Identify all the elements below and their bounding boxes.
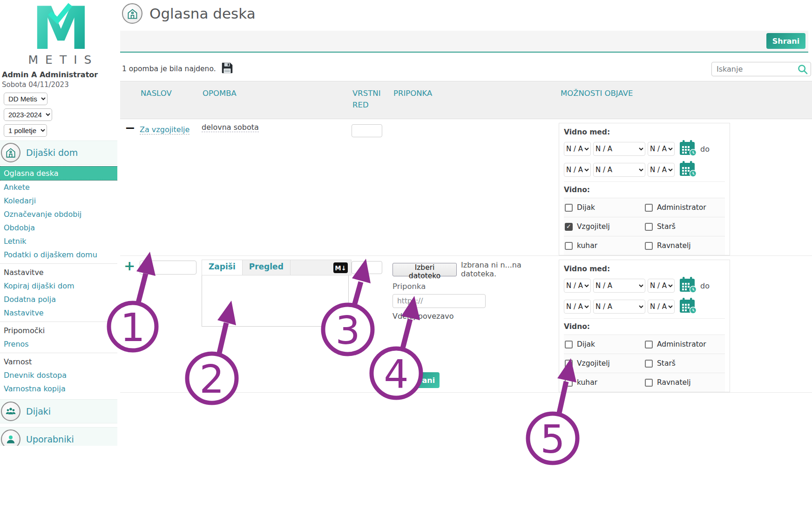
checkbox-icon[interactable] [645,204,653,212]
role-checkbox-administrator[interactable]: Administrator [645,340,725,348]
new-note-title-input[interactable] [140,261,196,275]
calendar-clock-icon[interactable] [678,140,697,158]
menu-divider [0,322,117,322]
sidebar-item-obdobja[interactable]: Obdobja [0,221,117,235]
sidebar-section-dijaki[interactable]: Dijaki [0,399,117,423]
sidebar-item-nastavitve-1[interactable]: Nastavitve [0,266,117,279]
metis-logo-icon: M [21,1,101,53]
sidebar-item-ankete[interactable]: Ankete [0,181,117,194]
save-button[interactable]: Shrani [766,33,805,49]
search-input[interactable] [711,62,811,76]
checkbox-icon[interactable] [645,223,653,231]
role-checkbox-ravnatelj[interactable]: Ravnatelj [645,241,725,250]
students-icon [1,402,20,421]
sidebar-item-oznacevanje-obdobij[interactable]: Označevanje obdobij [0,208,117,221]
calendar-clock-icon[interactable] [678,276,697,295]
checkbox-icon[interactable] [565,341,573,348]
organization-select[interactable]: DD Metis [4,93,47,105]
note-title-link[interactable]: Za vzgojitelje [140,125,189,134]
date-from-year-select[interactable]: N / A [648,279,675,293]
checkbox-icon[interactable] [645,379,653,387]
column-header-vrstni-red: VRSTNI RED [352,81,392,119]
tab-pregled[interactable]: Pregled [243,260,291,275]
column-header-control [120,81,140,119]
checkbox-icon[interactable] [565,204,573,212]
sidebar-item-letnik[interactable]: Letnik [0,235,117,248]
visible-between-label: Vidno med: [564,127,725,140]
sidebar-menu: Oglasna deska Ankete Koledarji Označevan… [0,166,117,395]
choose-file-button[interactable]: Izberi datoteko [392,263,457,276]
page-title: Oglasna deska [149,5,256,22]
date-to-month-select[interactable]: N / A [593,300,645,314]
do-label: do [700,145,710,154]
save-bottom-button[interactable]: Shrani [403,372,440,388]
role-checkbox-kuhar[interactable]: kuhar [565,378,645,387]
checkbox-icon[interactable] [645,341,653,348]
add-row-button[interactable]: + [120,256,140,392]
sort-order-input[interactable] [352,124,382,137]
role-checkbox-administrator[interactable]: Administrator [645,203,725,212]
date-from-month-select[interactable]: N / A [593,142,645,156]
column-header-opomba: OPOMBA [202,81,352,119]
svg-text:M: M [32,1,90,53]
role-checkbox-dijak[interactable]: Dijak [565,203,645,212]
sidebar-section-label: Dijaki [26,406,51,416]
role-checkbox-dijak[interactable]: Dijak [565,340,645,348]
note-body-textarea[interactable] [202,275,349,327]
sidebar-section-dijaski-dom[interactable]: Dijaški dom [0,141,117,165]
date-from-day-select[interactable]: N / A [564,279,591,293]
markdown-icon[interactable]: M↓ [333,262,348,273]
checkbox-icon[interactable] [565,223,573,231]
checkbox-icon[interactable] [565,379,573,387]
new-sort-order-input[interactable] [352,261,382,274]
remove-row-button[interactable]: − [120,119,140,255]
search-icon[interactable] [797,63,809,77]
sidebar-item-varnostna-kopija[interactable]: Varnostna kopija [0,382,117,395]
editor-tabs: Zapiši Pregled M↓ [202,260,352,275]
sidebar-item-koledarji[interactable]: Koledarji [0,194,117,208]
sidebar-item-prenos[interactable]: Prenos [0,337,117,351]
date-to-month-select[interactable]: N / A [593,163,645,177]
calendar-clock-icon[interactable] [678,161,697,179]
menu-divider [0,353,117,353]
column-header-priponka: PRIPONKA [392,81,554,119]
sidebar-item-dnevnik-dostopa[interactable]: Dnevnik dostopa [0,369,117,382]
sidebar-item-oglasna-deska[interactable]: Oglasna deska [0,166,117,181]
role-checkbox-stars[interactable]: Starš [645,222,725,231]
calendar-clock-icon[interactable] [678,297,697,316]
date-to-year-select[interactable]: N / A [648,300,675,314]
note-text[interactable]: delovna sobota [202,123,259,132]
sidebar-item-dodatna-polja[interactable]: Dodatna polja [0,293,117,306]
school-icon [122,3,142,24]
attachment-url-input[interactable] [392,294,486,308]
date-from-day-select[interactable]: N / A [564,142,591,156]
sidebar-item-kopiraj[interactable]: Kopiraj dijaški dom [0,279,117,293]
embed-link-label[interactable]: Vdelaj povezavo [392,312,554,321]
date-from-month-select[interactable]: N / A [593,279,645,293]
role-checkbox-stars[interactable]: Starš [645,359,725,368]
semester-select[interactable]: 1 polletje [4,124,47,137]
checkbox-icon[interactable] [565,360,573,368]
checkbox-icon[interactable] [645,242,653,250]
checkbox-icon[interactable] [645,360,653,368]
date-from-year-select[interactable]: N / A [648,142,675,156]
user-name: Admin A Administrator [2,70,117,79]
sidebar-item-varnost[interactable]: Varnost [0,355,117,369]
date-to-year-select[interactable]: N / A [648,163,675,177]
tab-zapisi[interactable]: Zapiši [202,260,243,275]
sidebar-item-nastavitve-2[interactable]: Nastavitve [0,306,117,320]
date-to-day-select[interactable]: N / A [564,300,591,314]
school-year-select[interactable]: 2023-2024 [4,108,52,121]
visible-label: Vidno: [564,318,725,335]
role-checkbox-ravnatelj[interactable]: Ravnatelj [645,378,725,387]
role-checkbox-vzgojitelj[interactable]: Vzgojitelj [565,222,645,231]
sidebar-item-podatki[interactable]: Podatki o dijaškem domu [0,248,117,261]
markdown-editor: Zapiši Pregled M↓ [202,256,352,392]
save-floppy-icon[interactable] [220,61,234,77]
role-checkbox-kuhar[interactable]: kuhar [565,241,645,250]
role-checkbox-vzgojitelj[interactable]: Vzgojitelj [565,359,645,368]
date-to-day-select[interactable]: N / A [564,163,591,177]
checkbox-icon[interactable] [565,242,573,250]
sidebar-item-pripomocki[interactable]: Pripomočki [0,324,117,337]
sidebar-section-uporabniki[interactable]: Uporabniki [0,427,117,446]
